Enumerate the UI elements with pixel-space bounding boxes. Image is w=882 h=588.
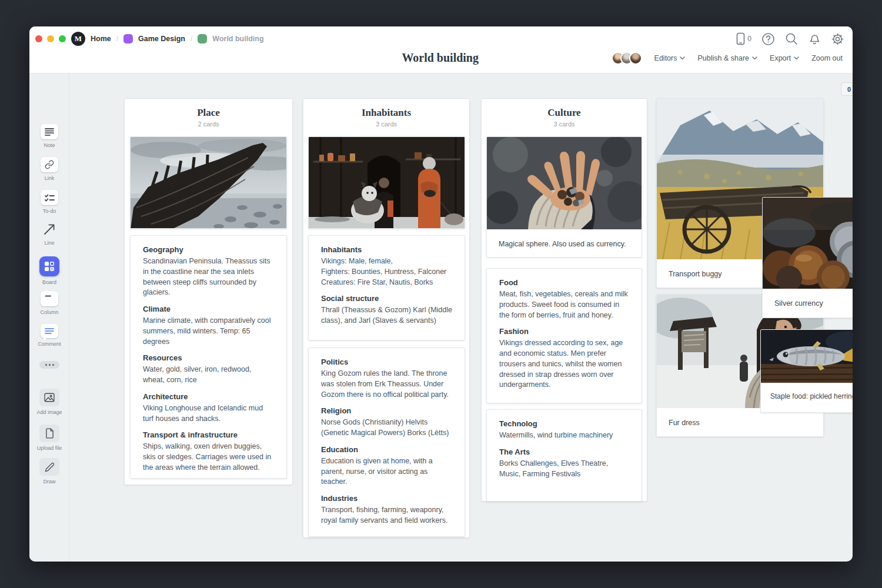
tool-draw-label: Draw <box>43 479 55 485</box>
note-card-inhabitants[interactable]: Inhabitants Vikings: Male, female, Fight… <box>308 235 465 340</box>
notifications-button[interactable] <box>808 32 821 45</box>
phone-icon <box>736 32 745 45</box>
chevron-down-icon <box>680 56 685 60</box>
export-button[interactable]: Export <box>770 54 799 62</box>
top-bar: M Home / Game Design / World building 0 <box>29 26 853 74</box>
bell-icon <box>808 32 821 45</box>
close-window-button[interactable] <box>35 35 42 42</box>
magical-sphere-image <box>487 137 642 229</box>
search-button[interactable] <box>785 32 798 45</box>
note-card-food-fashion[interactable]: Food Meat, fish, vegetables, cereals and… <box>486 268 642 403</box>
link-icon <box>45 160 54 169</box>
publish-share-button[interactable]: Publish & share <box>697 54 757 62</box>
image-caption: Silver currency <box>763 289 853 308</box>
image-card-magical-sphere[interactable]: Magical sphere. Also used as currency. <box>486 136 642 258</box>
board-canvas[interactable]: 0 Unsorted Place 2 cards <box>69 74 853 562</box>
board-actions: Editors Publish & share Export Zoom out <box>612 51 843 66</box>
note-section-body: Vikings dressed according to sex, age an… <box>499 338 629 390</box>
zoom-out-button[interactable]: Zoom out <box>811 54 843 62</box>
tool-link[interactable]: Link <box>29 157 69 181</box>
note-section-body: Scandinavian Peninsula. Theassus sits in… <box>143 256 274 298</box>
board-icon-purple[interactable] <box>123 34 133 44</box>
editors-label: Editors <box>654 54 677 62</box>
note-section-heading: Architecture <box>143 392 274 401</box>
export-label: Export <box>770 54 791 62</box>
tool-todo-label: To-do <box>43 208 56 214</box>
device-count: 0 <box>747 35 751 43</box>
tool-line[interactable]: Line <box>29 222 69 246</box>
column-card-count: 2 cards <box>125 121 292 128</box>
column-culture[interactable]: Culture 3 cards <box>481 98 647 502</box>
maximize-window-button[interactable] <box>59 35 66 42</box>
small-figure <box>740 355 748 382</box>
editors-button[interactable]: Editors <box>654 54 686 62</box>
image-card-vikings[interactable] <box>308 136 465 229</box>
top-icon-row: 0 <box>736 32 844 46</box>
note-section-body: Vikings: Male, female, Fighters: Bountie… <box>321 256 452 288</box>
unsorted-badge[interactable]: 0 Unsorted <box>841 82 853 96</box>
shipwreck-image <box>131 137 287 229</box>
zoom-out-label: Zoom out <box>811 54 843 62</box>
tool-comment[interactable]: Comment <box>29 324 69 347</box>
page-title: World building <box>402 51 479 65</box>
column-inhabitants[interactable]: Inhabitants 3 cards <box>303 98 470 538</box>
column-title: Place <box>125 107 292 119</box>
tool-column-label: Column <box>40 309 58 315</box>
tool-comment-label: Comment <box>38 341 61 347</box>
tool-todo[interactable]: To-do <box>29 190 69 214</box>
vikings-image <box>309 137 465 229</box>
minimize-window-button[interactable] <box>47 35 54 42</box>
column-header[interactable]: Inhabitants 3 cards <box>303 99 469 128</box>
note-card-place[interactable]: Geography Scandinavian Peninsula. Theass… <box>130 235 287 479</box>
milanote-logo-icon[interactable]: M <box>71 32 85 46</box>
note-card-politics[interactable]: Politics King Gozom rules the land. The … <box>308 348 465 537</box>
image-card-pickled-herring[interactable]: Staple food: pickled herring <box>760 329 853 413</box>
tool-add-image[interactable]: Add image <box>29 389 69 415</box>
chevron-down-icon <box>752 56 757 60</box>
image-caption: Magical sphere. Also used as currency. <box>487 229 642 248</box>
device-preview-button[interactable]: 0 <box>736 32 751 45</box>
tool-column[interactable]: Column <box>29 291 69 315</box>
gear-icon <box>831 32 844 46</box>
tool-add-image-label: Add image <box>36 409 62 415</box>
board-icon-green[interactable] <box>198 34 207 44</box>
todo-icon <box>45 194 55 202</box>
note-section-heading: The Arts <box>499 447 629 456</box>
tool-board[interactable]: Board <box>29 256 69 285</box>
publish-share-label: Publish & share <box>697 54 749 62</box>
breadcrumb-game-design[interactable]: Game Design <box>138 35 185 43</box>
note-section-heading: Industries <box>321 494 452 503</box>
image-card-shipwreck[interactable] <box>130 136 287 229</box>
column-card-count: 3 cards <box>482 121 647 128</box>
tool-note[interactable]: Note <box>29 124 69 148</box>
help-button[interactable] <box>761 32 775 46</box>
unsorted-count: 0 <box>847 86 851 93</box>
chevron-down-icon <box>794 56 799 60</box>
column-header[interactable]: Culture 3 cards <box>482 99 647 128</box>
note-icon <box>45 128 54 136</box>
breadcrumb-world-building[interactable]: World building <box>212 35 263 43</box>
note-section-body: Borks Challenges, Elves Theatre, Music, … <box>499 459 629 480</box>
note-card-technology-arts[interactable]: Technolog Watermills, wind turbine machi… <box>486 409 642 502</box>
image-card-silver-currency[interactable]: Silver currency <box>762 197 853 318</box>
tool-link-label: Link <box>45 175 55 181</box>
tool-upload-file[interactable]: Upload file <box>29 425 69 451</box>
settings-button[interactable] <box>831 32 844 46</box>
tool-draw[interactable]: Draw <box>29 458 69 485</box>
column-place[interactable]: Place 2 cards <box>124 98 293 485</box>
avatar <box>629 52 642 65</box>
note-section-heading: Food <box>499 278 629 287</box>
note-section-body: Thrall (Theassus & Gozom) Karl (Middle c… <box>321 305 452 326</box>
editor-avatars[interactable] <box>612 52 642 65</box>
note-section-heading: Resources <box>143 353 274 362</box>
window-controls <box>35 35 66 42</box>
note-section-body: Ships, walking, oxen driven buggies, ski… <box>143 442 274 473</box>
note-section-body: Watermills, wind turbine machinery <box>499 430 629 441</box>
note-section-body: Education is given at home, with a paren… <box>321 456 452 487</box>
breadcrumb-home[interactable]: Home <box>91 35 111 43</box>
breadcrumb: M Home / Game Design / World building <box>71 32 264 46</box>
tool-more[interactable] <box>29 361 69 369</box>
column-header[interactable]: Place 2 cards <box>125 99 292 128</box>
column-icon <box>45 295 54 303</box>
comment-icon <box>45 328 54 335</box>
